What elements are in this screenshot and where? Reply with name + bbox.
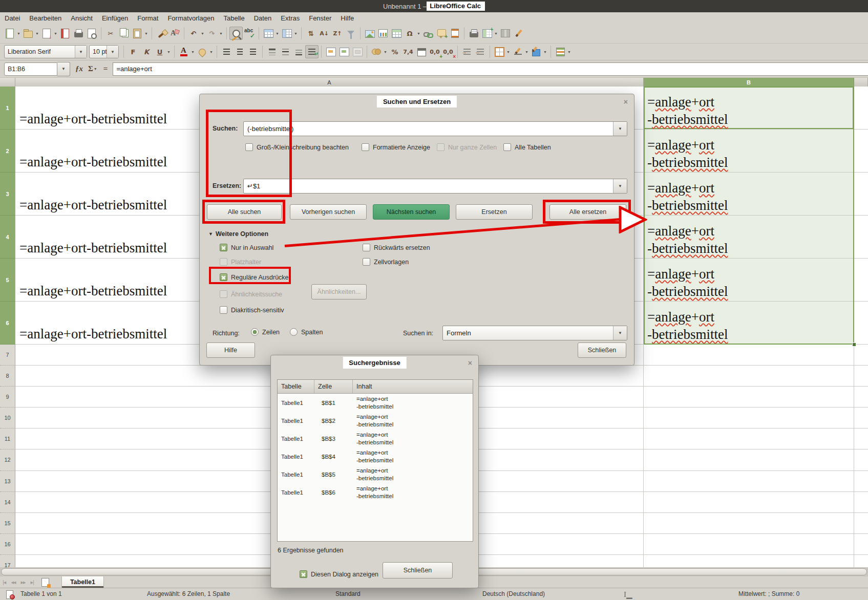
row-header-15[interactable]: 15: [0, 513, 15, 534]
cell-b6[interactable]: =anlage+ort-betriebsmittel: [644, 302, 854, 345]
replace-backwards-checkbox[interactable]: [363, 244, 370, 251]
sort-icon[interactable]: ⇅: [304, 27, 317, 40]
menu-item-formatvorlagen[interactable]: Formatvorlagen: [163, 13, 219, 23]
align-top-icon[interactable]: [265, 45, 279, 58]
special-character-dropdown-icon[interactable]: ▼: [416, 28, 421, 39]
row-header-4[interactable]: 4: [0, 216, 15, 259]
conditional-formatting-icon[interactable]: [554, 45, 567, 58]
menu-item-ansicht[interactable]: Ansicht: [66, 13, 97, 23]
row-header-2[interactable]: 2: [0, 130, 15, 173]
add-decimal-place-icon[interactable]: 0,0+: [428, 45, 441, 58]
help-button[interactable]: Hilfe: [206, 342, 255, 358]
cell-b3[interactable]: =anlage+ort-betriebsmittel: [644, 173, 854, 216]
cell-b2[interactable]: =anlage+ort-betriebsmittel: [644, 130, 854, 173]
column-header-zelle[interactable]: Zelle: [314, 380, 353, 393]
formula-icon[interactable]: =: [103, 65, 108, 73]
border-style-dropdown-icon[interactable]: ▼: [524, 46, 529, 57]
row-header-10[interactable]: 10: [0, 408, 15, 428]
italic-icon[interactable]: K: [140, 45, 153, 58]
search-result-row-4[interactable]: Tabelle1$B$4=anlage+ort-betriebsmittel: [278, 447, 473, 465]
row-header-11[interactable]: 11: [0, 428, 15, 449]
replace-value[interactable]: ↵$1: [244, 182, 613, 190]
name-box[interactable]: B1:B6: [4, 62, 57, 76]
row-header-16[interactable]: 16: [0, 534, 15, 555]
search-results-close-button[interactable]: Schließen: [383, 562, 453, 578]
font-name-combo[interactable]: Liberation Serif▼: [4, 45, 87, 58]
language[interactable]: Deutsch (Deutschland): [482, 590, 545, 597]
split-window-icon[interactable]: [499, 27, 512, 40]
search-result-row-2[interactable]: Tabelle1$B$2=anlage+ort-betriebsmittel: [278, 412, 473, 430]
row-header-14[interactable]: 14: [0, 492, 15, 513]
date-format-icon[interactable]: [415, 45, 428, 58]
insert-hyperlink-icon[interactable]: [421, 27, 435, 40]
cell-next-9[interactable]: [854, 387, 868, 408]
option-replace-backwards[interactable]: Rückwärts ersetzen: [363, 244, 430, 251]
merge-and-center-cells-icon[interactable]: [324, 45, 337, 58]
cell-next-8[interactable]: [854, 366, 868, 387]
border-style-icon[interactable]: [511, 45, 524, 58]
border-color-dropdown-icon[interactable]: ▼: [543, 46, 547, 57]
conditional-formatting-dropdown-icon[interactable]: ▼: [567, 46, 571, 57]
save-icon[interactable]: [40, 27, 53, 40]
increase-indent-icon[interactable]: [460, 45, 474, 58]
option-cell-styles[interactable]: Zellvorlagen: [363, 258, 409, 266]
selection-only-checkbox[interactable]: [220, 244, 227, 251]
find-replace-close-icon[interactable]: ×: [624, 98, 628, 105]
menu-item-hilfe[interactable]: Hilfe: [336, 13, 358, 23]
currency-format-dropdown-icon[interactable]: ▼: [383, 46, 388, 57]
menu-item-extras[interactable]: Extras: [276, 13, 304, 23]
cell-next-15[interactable]: [854, 513, 868, 534]
cell-next-5[interactable]: [854, 259, 868, 302]
rows-radio-icon[interactable]: [251, 328, 259, 336]
align-center-icon[interactable]: [233, 45, 246, 58]
cell-b10[interactable]: [644, 408, 854, 428]
cell-next-10[interactable]: [854, 408, 868, 428]
merge-cells-icon[interactable]: [337, 45, 351, 58]
insert-chart-icon[interactable]: [376, 27, 390, 40]
clone-formatting-icon[interactable]: [155, 27, 168, 40]
search-results-table-header[interactable]: Tabelle Zelle Inhalt: [278, 380, 473, 394]
menu-item-bearbeiten[interactable]: Bearbeiten: [25, 13, 66, 23]
match-case-checkbox[interactable]: [245, 143, 253, 151]
insert-comment-icon[interactable]: [435, 27, 448, 40]
cell-b8[interactable]: [644, 366, 854, 387]
cell-next-11[interactable]: [854, 428, 868, 449]
font-size-combo[interactable]: 10 pt▼: [89, 45, 119, 58]
border-color-icon[interactable]: [530, 45, 543, 58]
option-all-sheets[interactable]: Alle Tabellen: [503, 143, 551, 151]
freeze-rows-columns-dropdown-icon[interactable]: ▼: [494, 28, 498, 39]
highlighting-color-icon[interactable]: [196, 45, 209, 58]
row-header-13[interactable]: 13: [0, 471, 15, 492]
font-name-combo-value[interactable]: Liberation Serif: [5, 48, 75, 55]
show-draw-functions-icon[interactable]: [512, 27, 525, 40]
regular-expressions-checkbox[interactable]: [220, 273, 227, 281]
cell-next-1[interactable]: [854, 87, 868, 130]
insert-columns-dropdown-icon[interactable]: ▼: [293, 28, 298, 39]
spelling-icon[interactable]: [243, 27, 256, 40]
replace-combobox[interactable]: ↵$1 ▼: [243, 179, 627, 194]
search-combobox[interactable]: (-betriebsmittel) ▼: [243, 121, 627, 136]
function-wizard-icon[interactable]: ƒx: [75, 65, 83, 73]
clear-formatting-icon[interactable]: [168, 27, 181, 40]
cell-next-14[interactable]: [854, 492, 868, 513]
option-show-dialog[interactable]: Diesen Dialog anzeigen: [300, 570, 378, 578]
bold-icon[interactable]: F: [126, 45, 140, 58]
menu-item-einfgen[interactable]: Einfügen: [97, 13, 133, 23]
column-header-b[interactable]: B: [644, 78, 854, 87]
row-header-6[interactable]: 6: [0, 302, 15, 345]
save-dropdown-icon[interactable]: ▼: [53, 28, 58, 39]
document-modified-icon[interactable]: [6, 590, 13, 599]
number-format-icon[interactable]: 7,4: [401, 45, 415, 58]
decrease-indent-icon[interactable]: [474, 45, 487, 58]
cell-next-6[interactable]: [854, 302, 868, 345]
font-color-dropdown-icon[interactable]: ▼: [190, 46, 195, 57]
menu-item-datei[interactable]: Datei: [0, 13, 25, 23]
print-preview-icon[interactable]: [85, 27, 98, 40]
cell-next-16[interactable]: [854, 534, 868, 555]
print-area-icon[interactable]: [467, 27, 480, 40]
option-match-case[interactable]: Groß-/Kleinschreibung beachten: [245, 143, 349, 151]
row-header-3[interactable]: 3: [0, 173, 15, 216]
center-vertically-icon[interactable]: [279, 45, 292, 58]
paste-dropdown-icon[interactable]: ▼: [144, 28, 149, 39]
font-size-combo-value[interactable]: 10 pt: [90, 48, 107, 55]
